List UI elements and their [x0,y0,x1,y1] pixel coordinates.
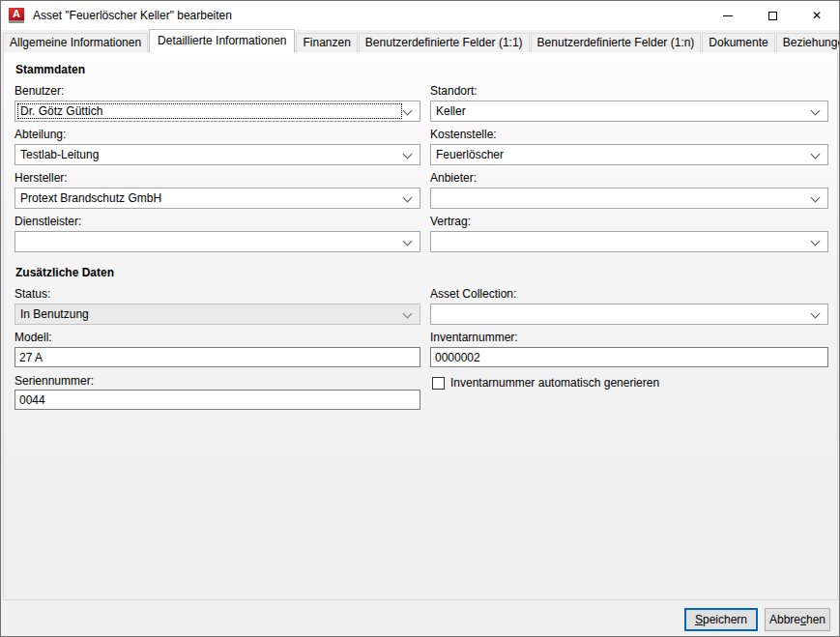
chevron-down-icon [811,237,821,246]
hersteller-value: Protext Brandschutz GmbH [20,191,161,205]
dienstleister-label: Dienstleister: [14,215,81,228]
tab-dokumente[interactable]: Dokumente [702,33,774,52]
titlebar: A Asset "Feuerlöscher Keller" bearbeiten… [1,1,839,30]
app-icon: A [9,8,24,23]
tab-beziehungen[interactable]: Beziehungen [776,33,840,52]
auto-generate-checkbox-label: Inventarnummer automatisch generieren [450,376,659,390]
kostenstelle-combobox[interactable]: Feuerlöscher [430,144,828,165]
vertrag-combobox[interactable] [430,231,828,252]
kostenstelle-value: Feuerlöscher [436,148,504,161]
hersteller-combobox[interactable]: Protext Brandschutz GmbH [14,188,420,209]
tab-finanzen[interactable]: Finanzen [296,33,357,52]
tab-benutzerdefinierte-felder-1-n[interactable]: Benutzerdefinierte Felder (1:n) [531,33,702,52]
auto-generate-checkbox-row: Inventarnummer automatisch generieren [432,376,659,390]
tab-page-detaillierte-informationen: Stammdaten Benutzer: Dr. Götz Güttich Ab… [3,51,838,600]
chevron-down-icon [811,193,821,203]
standort-combobox[interactable]: Keller [430,101,828,122]
section-header-stammdaten: Stammdaten [15,63,85,76]
tab-benutzerdefinierte-felder-1-1[interactable]: Benutzerdefinierte Felder (1:1) [359,33,530,52]
minimize-icon [723,15,733,16]
standort-value: Keller [436,104,466,118]
chevron-down-icon [811,106,821,116]
asset-collection-label: Asset Collection: [430,287,516,301]
chevron-down-icon [811,309,821,319]
anbieter-combobox[interactable] [430,188,828,209]
app-icon-letter: A [9,8,24,20]
hersteller-label: Hersteller: [14,171,68,185]
chevron-down-icon [403,150,413,159]
status-value: In Benutzung [20,307,89,321]
abteilung-label: Abteilung: [14,128,66,141]
asset-collection-combobox[interactable] [430,304,828,325]
dialog-edit-asset: A Asset "Feuerlöscher Keller" bearbeiten… [0,0,840,637]
close-icon: ✕ [812,10,822,21]
kostenstelle-label: Kostenstelle: [430,128,497,141]
abteilung-combobox[interactable]: Testlab-Leitung [14,144,420,165]
modell-input[interactable] [14,347,420,367]
cancel-button[interactable]: Abbrechen [765,608,830,631]
dienstleister-combobox[interactable] [14,231,420,252]
vertrag-label: Vertrag: [430,215,471,228]
status-combobox: In Benutzung [14,304,420,325]
anbieter-label: Anbieter: [430,171,477,185]
caption-buttons: ✕ [706,1,839,30]
inventarnummer-label: Inventarnummer: [430,331,518,344]
chevron-down-icon [403,237,413,246]
auto-generate-checkbox[interactable] [432,377,445,390]
status-label: Status: [14,287,50,301]
minimize-button[interactable] [706,1,750,30]
benutzer-value: Dr. Götz Güttich [20,104,102,118]
chevron-down-icon [811,150,821,159]
inventarnummer-input[interactable] [430,347,828,367]
benutzer-combobox[interactable]: Dr. Götz Güttich [14,101,420,122]
section-header-zusaetzliche-daten: Zusätzliche Daten [15,266,114,279]
standort-label: Standort: [430,84,478,98]
seriennummer-label: Seriennummer: [14,374,94,388]
tab-strip: Allgemeine Informationen Detaillierte In… [3,31,840,52]
tab-allgemeine-informationen[interactable]: Allgemeine Informationen [3,33,148,52]
chevron-down-icon [403,106,413,116]
close-button[interactable]: ✕ [795,1,839,30]
modell-label: Modell: [14,331,52,344]
benutzer-label: Benutzer: [14,84,64,98]
maximize-icon [768,12,777,20]
maximize-button[interactable] [750,1,795,30]
tab-detaillierte-informationen[interactable]: Detaillierte Informationen [149,29,295,52]
chevron-down-icon [403,193,413,203]
chevron-down-icon [403,309,413,319]
save-button[interactable]: Speichern [684,608,758,631]
abteilung-value: Testlab-Leitung [20,148,99,161]
seriennummer-input[interactable] [14,390,420,410]
window-title: Asset "Feuerlöscher Keller" bearbeiten [33,9,232,22]
